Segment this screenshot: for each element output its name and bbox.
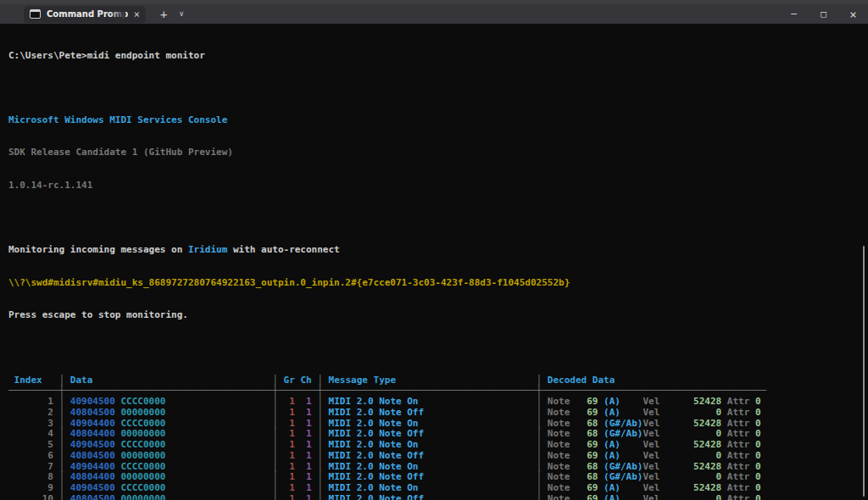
cell-velocity-label: Vel [643, 461, 659, 472]
column-separator: │ [537, 471, 548, 482]
column-separator: │ [53, 493, 70, 500]
cell-message-type: MIDI 2.0 Note Off [329, 428, 537, 439]
cell-data-word1: 40904400 [70, 461, 115, 472]
cell-note-name: (A) [598, 482, 643, 493]
cell-group: 1 [284, 428, 295, 439]
version-line: 1.0.14-rc.1.141 [8, 181, 868, 192]
app-header: Microsoft Windows MIDI Services Console [8, 115, 868, 126]
cell-note-number: 69 [570, 407, 598, 418]
cell-velocity: 52428 [659, 418, 721, 429]
cell-velocity: 0 [659, 493, 721, 500]
column-separator: │ [312, 493, 329, 500]
cell-data-word1: 40904500 [70, 396, 115, 407]
tab-bar: Command Prompt - midi end × + ∨ ─ □ × [0, 4, 868, 24]
cell-note-name: (G#/Ab) [598, 471, 643, 482]
column-separator: │ [53, 450, 70, 461]
cell-message-type: MIDI 2.0 Note Off [329, 450, 537, 461]
cell-data-word1: 40904500 [70, 439, 115, 450]
cell-velocity: 52428 [659, 482, 721, 493]
cell-index: 1 [8, 396, 53, 407]
cell-data-word2: CCCC0000 [115, 461, 272, 472]
cell-data-word1: 40804400 [70, 428, 115, 439]
column-separator: │ [312, 375, 329, 386]
midi-message-table: Index │ Data │ Gr Ch │ Message Type │ De… [8, 375, 868, 500]
cell-data-word1: 40804500 [70, 493, 115, 500]
cell-attr-value: 0 [755, 428, 761, 439]
command-prompt-icon [30, 9, 41, 19]
column-separator: │ [312, 439, 329, 450]
cell-attr-value: 0 [755, 493, 761, 500]
column-separator: │ [537, 418, 548, 429]
cell-attr-label: Attr [721, 407, 755, 418]
column-separator: │ [312, 450, 329, 461]
cell-data-word2: CCCC0000 [115, 418, 272, 429]
cell-attr-value: 0 [755, 396, 761, 407]
cell-group: 1 [284, 407, 295, 418]
column-separator: │ [53, 375, 70, 386]
cell-note-label: Note [548, 418, 570, 429]
maximize-button[interactable]: □ [809, 4, 838, 24]
cell-note-name: (A) [598, 439, 643, 450]
cell-message-type: MIDI 2.0 Note Off [329, 407, 537, 418]
cell-attr-value: 0 [755, 418, 761, 429]
column-separator: │ [312, 482, 329, 493]
cell-channel: 1 [295, 482, 312, 493]
header-decoded-data: Decoded Data [548, 375, 615, 386]
cell-index: 8 [8, 471, 53, 482]
terminal-output: C:\Users\Pete>midi endpoint monitor Micr… [0, 24, 868, 500]
cell-note-label: Note [548, 493, 570, 500]
cell-note-label: Note [548, 407, 570, 418]
scrollbar-thumb[interactable] [863, 246, 865, 497]
cell-channel: 1 [295, 396, 312, 407]
cell-velocity: 0 [659, 450, 721, 461]
table-row: 10 │ 40804500 00000000 │ 1 1 │ MIDI 2.0 … [8, 494, 868, 500]
cell-note-number: 69 [570, 450, 598, 461]
column-separator: │ [312, 471, 329, 482]
cell-attr-label: Attr [721, 461, 755, 472]
header-index: Index [8, 375, 53, 386]
cell-data-word1: 40804500 [70, 450, 115, 461]
cell-data-word1: 40904500 [70, 482, 115, 493]
tab-dropdown-icon[interactable]: ∨ [179, 10, 183, 18]
tab-command-prompt[interactable]: Command Prompt - midi end × [24, 6, 146, 23]
cell-attr-label: Attr [721, 471, 755, 482]
cell-channel: 1 [295, 450, 312, 461]
cell-velocity-label: Vel [643, 450, 659, 461]
cell-attr-label: Attr [721, 482, 755, 493]
cell-attr-label: Attr [721, 439, 755, 450]
cell-note-label: Note [548, 471, 570, 482]
cell-note-name: (G#/Ab) [598, 461, 643, 472]
cell-channel: 1 [295, 461, 312, 472]
cell-channel: 1 [295, 428, 312, 439]
cell-note-number: 69 [570, 439, 598, 450]
cell-data-word2: 00000000 [115, 407, 272, 418]
cell-attr-label: Attr [721, 450, 755, 461]
header-gr-ch: Gr Ch [284, 375, 312, 386]
cell-data-word1: 40804400 [70, 471, 115, 482]
column-separator: │ [272, 471, 283, 482]
new-tab-button[interactable]: + [160, 8, 167, 20]
column-separator: │ [272, 396, 283, 407]
cell-note-name: (A) [598, 407, 643, 418]
cell-velocity-label: Vel [643, 439, 659, 450]
cell-velocity-label: Vel [643, 407, 659, 418]
cell-velocity: 52428 [659, 461, 721, 472]
cell-attr-value: 0 [755, 482, 761, 493]
cell-data-word2: 00000000 [115, 493, 272, 500]
column-separator: │ [53, 428, 70, 439]
cell-velocity-label: Vel [643, 493, 659, 500]
blank-line [8, 213, 868, 224]
cell-attr-label: Attr [721, 396, 755, 407]
cell-message-type: MIDI 2.0 Note Off [329, 493, 537, 500]
cell-message-type: MIDI 2.0 Note Off [329, 471, 537, 482]
column-separator: │ [537, 482, 548, 493]
tab-close-icon[interactable]: × [134, 9, 140, 19]
monitoring-suffix: with auto-reconnect [227, 244, 339, 255]
close-button[interactable]: × [838, 4, 868, 24]
cell-group: 1 [284, 439, 295, 450]
minimize-button[interactable]: ─ [779, 4, 809, 24]
header-message-type: Message Type [329, 375, 537, 386]
column-separator: │ [272, 439, 283, 450]
column-separator: │ [53, 482, 70, 493]
cell-velocity: 0 [659, 471, 721, 482]
